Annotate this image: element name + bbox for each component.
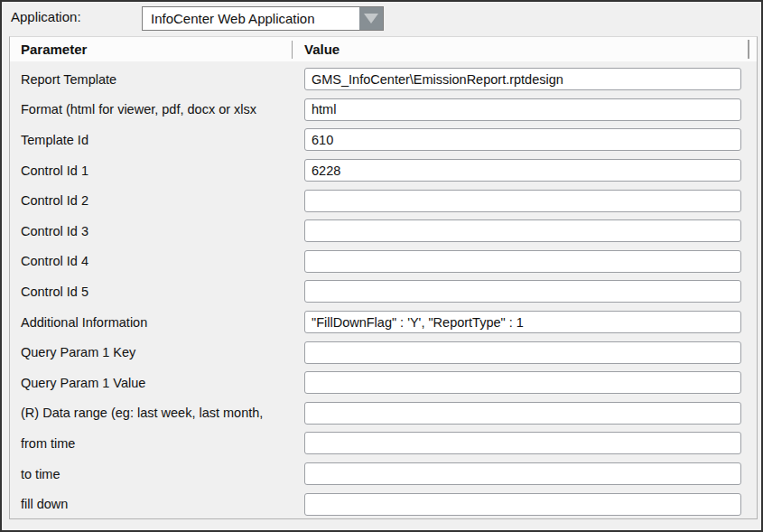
parameter-table-body: Report Template Format (html for viewer,… (10, 64, 757, 518)
parameter-label: Template Id (10, 133, 304, 147)
parameter-row: Additional Information (10, 307, 757, 338)
value-input[interactable] (304, 190, 741, 212)
parameter-row: Control Id 1 (10, 155, 757, 186)
value-input[interactable] (304, 98, 741, 121)
parameter-label: Control Id 4 (10, 254, 304, 268)
parameter-row: fill down (10, 489, 757, 519)
value-input[interactable] (304, 128, 741, 151)
parameter-row: Query Param 1 Key (10, 337, 757, 368)
parameter-label: Control Id 5 (10, 285, 304, 299)
parameter-row: to time (10, 459, 757, 490)
parameter-row: Control Id 5 (10, 276, 757, 307)
value-input[interactable] (304, 493, 741, 516)
parameter-row: Query Param 1 Value (10, 368, 757, 398)
application-dropdown[interactable]: InfoCenter Web Application (142, 6, 384, 31)
value-input-wrap (304, 402, 741, 425)
parameter-label: Control Id 1 (10, 163, 304, 178)
parameter-row: Control Id 4 (10, 247, 757, 277)
parameter-row: (R) Data range (eg: last week, last mont… (10, 398, 757, 429)
parameter-row: from time (10, 428, 757, 459)
parameter-label: Control Id 3 (10, 224, 304, 238)
parameter-label: Additional Information (10, 315, 304, 330)
column-header-value: Value (293, 42, 340, 57)
parameter-label: Query Param 1 Value (10, 376, 304, 390)
parameter-row: Format (html for viewer, pdf, docx or xl… (10, 95, 757, 126)
parameter-label: from time (10, 436, 304, 451)
parameter-label: Report Template (10, 72, 304, 87)
value-input-wrap (304, 190, 741, 212)
parameter-label: Control Id 2 (10, 193, 304, 208)
value-input[interactable] (304, 159, 741, 182)
value-input[interactable] (304, 402, 741, 425)
value-input[interactable] (304, 280, 741, 303)
value-input[interactable] (304, 219, 741, 242)
value-input[interactable] (304, 68, 741, 90)
parameter-table: Parameter Value Report Template Format (… (9, 36, 758, 519)
parameter-label: Query Param 1 Key (10, 345, 304, 359)
value-input-wrap (304, 462, 741, 485)
parameter-label: Format (html for viewer, pdf, docx or xl… (10, 102, 304, 117)
parameter-row: Control Id 3 (10, 216, 757, 247)
value-input-wrap (304, 341, 741, 364)
parameter-label: fill down (10, 497, 304, 511)
value-input-wrap (304, 493, 741, 516)
value-input-wrap (304, 371, 741, 394)
value-input-wrap (304, 250, 741, 273)
parameter-label: to time (10, 467, 304, 481)
application-dropdown-button[interactable] (359, 7, 383, 30)
value-input-wrap (304, 311, 741, 333)
application-dropdown-selected-value: InfoCenter Web Application (143, 7, 359, 30)
parameter-label: (R) Data range (eg: last week, last mont… (10, 406, 304, 420)
application-parameters-panel: Application: InfoCenter Web Application … (0, 0, 763, 532)
value-input[interactable] (304, 341, 741, 364)
value-input-wrap (304, 432, 741, 454)
value-input-wrap (304, 219, 741, 242)
application-selector-bar: Application: InfoCenter Web Application (2, 2, 761, 36)
parameter-row: Control Id 2 (10, 185, 757, 216)
value-input-wrap (304, 159, 741, 182)
value-input[interactable] (304, 311, 741, 333)
value-input-wrap (304, 280, 741, 303)
triangle-down-icon (364, 14, 378, 23)
parameter-row: Report Template (10, 64, 757, 95)
parameter-row: Template Id (10, 125, 757, 155)
value-input[interactable] (304, 250, 741, 273)
parameter-table-header: Parameter Value (10, 37, 757, 61)
value-input-wrap (304, 128, 741, 151)
value-input-wrap (304, 68, 741, 90)
column-divider-right (748, 40, 749, 59)
application-label: Application: (11, 9, 81, 24)
column-header-parameter: Parameter (10, 42, 292, 57)
value-input[interactable] (304, 371, 741, 394)
value-input-wrap (304, 98, 741, 121)
value-input[interactable] (304, 432, 741, 454)
value-input[interactable] (304, 462, 741, 485)
